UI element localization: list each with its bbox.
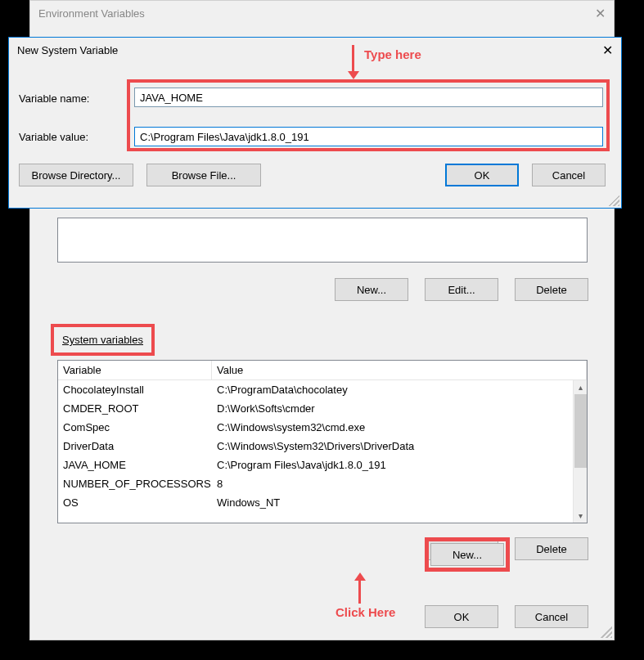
new-button-highlight: New... — [425, 537, 510, 572]
env-vars-title: Environment Variables — [38, 7, 145, 20]
header-value[interactable]: Value — [212, 361, 587, 379]
user-new-button[interactable]: New... — [335, 278, 408, 301]
cell-variable: ComSpec — [58, 420, 212, 435]
table-row[interactable]: ChocolateyInstallC:\ProgramData\chocolat… — [58, 380, 587, 399]
ok-button[interactable]: OK — [445, 164, 519, 186]
user-edit-button[interactable]: Edit... — [425, 278, 498, 301]
scroll-up-icon[interactable]: ▴ — [574, 380, 587, 394]
user-variables-buttons: New... Edit... Delete — [335, 278, 588, 301]
cell-value: Windows_NT — [212, 495, 587, 510]
browse-file-button[interactable]: Browse File... — [146, 164, 261, 186]
scroll-thumb[interactable] — [574, 394, 587, 468]
variable-name-input[interactable] — [134, 88, 603, 107]
arrow-down-icon — [352, 45, 359, 79]
close-icon[interactable]: ✕ — [595, 6, 606, 21]
table-row[interactable]: OSWindows_NT — [58, 493, 587, 512]
env-vars-titlebar: Environment Variables ✕ — [30, 1, 614, 26]
footer-ok-button[interactable]: OK — [425, 605, 498, 628]
system-variables-label: System variables — [62, 334, 143, 346]
cell-value: C:\Windows\system32\cmd.exe — [212, 420, 587, 435]
table-row[interactable]: ComSpecC:\Windows\system32\cmd.exe — [58, 418, 587, 437]
arrow-up-icon — [358, 572, 366, 604]
table-row[interactable]: NUMBER_OF_PROCESSORS8 — [58, 474, 587, 493]
system-new-button[interactable]: New... — [430, 543, 504, 566]
browse-directory-button[interactable]: Browse Directory... — [19, 164, 133, 186]
header-variable[interactable]: Variable — [58, 361, 212, 379]
cell-variable: DriverData — [58, 438, 212, 454]
new-sysvar-titlebar: New System Variable ✕ — [9, 38, 621, 63]
scroll-down-icon[interactable]: ▾ — [574, 509, 587, 523]
system-variables-label-highlight: System variables — [51, 324, 155, 356]
cancel-button[interactable]: Cancel — [532, 164, 606, 186]
new-sysvar-title: New System Variable — [17, 44, 118, 56]
user-variables-list[interactable] — [57, 218, 588, 263]
system-variables-buttons: New... Edit... Delete — [425, 537, 588, 560]
type-here-callout: Type here — [364, 47, 421, 61]
variable-name-row: Variable name: — [19, 92, 117, 105]
footer-buttons: OK Cancel — [425, 605, 588, 628]
cell-value: 8 — [212, 476, 587, 492]
table-row[interactable]: CMDER_ROOTD:\Work\Softs\cmder — [58, 399, 587, 418]
cell-value: C:\Windows\System32\Drivers\DriverData — [212, 438, 587, 454]
cell-variable: JAVA_HOME — [58, 457, 212, 473]
cell-value: D:\Work\Softs\cmder — [212, 401, 587, 416]
variable-name-label: Variable name: — [19, 92, 117, 105]
cell-variable: NUMBER_OF_PROCESSORS — [58, 476, 212, 492]
cell-value: C:\ProgramData\chocolatey — [212, 382, 587, 397]
cell-value: C:\Program Files\Java\jdk1.8.0_191 — [212, 457, 587, 473]
new-sysvar-buttons: Browse Directory... Browse File... OK Ca… — [19, 164, 606, 186]
cell-variable: CMDER_ROOT — [58, 401, 212, 416]
variable-value-input[interactable] — [134, 127, 603, 146]
table-header: Variable Value — [58, 361, 587, 380]
system-delete-button[interactable]: Delete — [515, 537, 588, 560]
resize-grip-icon[interactable] — [601, 626, 612, 638]
scrollbar[interactable]: ▴ ▾ — [573, 380, 587, 523]
user-delete-button[interactable]: Delete — [515, 278, 588, 301]
table-row[interactable]: DriverDataC:\Windows\System32\Drivers\Dr… — [58, 437, 587, 456]
system-variables-table[interactable]: Variable Value ChocolateyInstallC:\Progr… — [57, 360, 588, 523]
cell-variable: OS — [58, 495, 212, 510]
variable-value-label: Variable value: — [19, 131, 117, 143]
table-row[interactable]: JAVA_HOMEC:\Program Files\Java\jdk1.8.0_… — [58, 456, 587, 474]
footer-cancel-button[interactable]: Cancel — [515, 605, 588, 628]
resize-grip-icon[interactable] — [608, 195, 619, 206]
variable-value-row: Variable value: — [19, 131, 117, 143]
click-here-callout: Click Here — [336, 605, 395, 619]
cell-variable: ChocolateyInstall — [58, 382, 212, 397]
close-icon[interactable]: ✕ — [602, 43, 613, 58]
